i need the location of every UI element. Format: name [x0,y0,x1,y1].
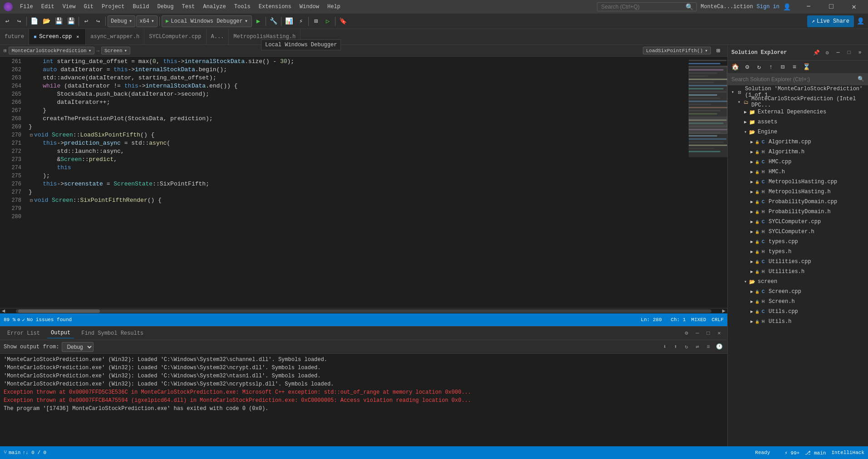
output-maximize-button[interactable]: □ [704,329,713,338]
se-refresh-btn[interactable]: ↻ [754,61,764,73]
live-share-button[interactable]: ↗ Live Share [807,15,854,27]
diagnostics-button[interactable]: 🔧 [268,15,279,27]
se-hmc-cpp[interactable]: ▶ 🔒 C HMC.cpp [728,157,868,167]
output-source-select[interactable]: Debug Build [62,342,94,352]
output-btn-1[interactable]: ⬇ [660,342,669,352]
menu-help[interactable]: Help [324,3,344,11]
branch-label[interactable]: ⎇ main [805,450,826,456]
zoom-level[interactable]: 89 % [4,317,15,322]
forward-button[interactable]: ↪ [14,15,25,27]
scroll-thumb[interactable] [18,309,100,313]
tab-sycl-computer[interactable]: SYCLComputer.cpp [144,29,206,44]
se-arrow-btn[interactable]: ↑ [765,61,776,73]
new-project-button[interactable]: 📄 [29,15,40,27]
se-settings2-btn[interactable]: ⚙ [742,61,753,73]
continue-button[interactable]: ▶ [253,15,264,27]
output-btn-2[interactable]: ⬆ [671,342,680,352]
se-collapse-btn[interactable]: ⊟ [777,61,788,73]
theme-label[interactable]: IntelliHack [831,450,864,455]
encoding-label[interactable]: MIXED [691,317,706,322]
se-screen-h[interactable]: ▶ 🔒 H Screen.h [728,297,868,307]
se-sycl-h[interactable]: ▶ 🔒 H SYCLComputer.h [728,227,868,237]
menu-build[interactable]: Build [129,3,153,11]
se-sycl-cpp[interactable]: ▶ 🔒 C SYCLComputer.cpp [728,217,868,227]
se-pending-btn[interactable]: ⌛ [801,61,812,73]
output-minimize-button[interactable]: — [693,329,702,338]
tab-future[interactable]: future [0,29,29,44]
error-list-tab[interactable]: Error List [4,328,44,338]
git-branch[interactable]: main [9,450,20,455]
se-screen-folder[interactable]: ▾ 📂 screen [728,277,868,287]
se-metropolis-cpp[interactable]: ▶ 🔒 C MetropolisHasting.cpp [728,177,868,187]
line-ending-label[interactable]: CRLF [712,317,724,322]
menu-analyze[interactable]: Analyze [199,3,229,11]
tab-screen-cpp[interactable]: ■ Screen.cpp ✕ [29,29,86,44]
se-maximize-button[interactable]: □ [844,48,853,57]
se-screen-cpp[interactable]: ▶ 🔒 C Screen.cpp [728,287,868,297]
output-btn-3[interactable]: ↻ [682,342,691,352]
se-assets-item[interactable]: ▶ 📁 assets [728,117,868,127]
function-dropdown[interactable]: Screen ▾ [101,47,130,54]
find-symbol-tab[interactable]: Find Symbol Results [78,328,147,338]
se-hmc-h[interactable]: ▶ 🔒 H HMC.h [728,167,868,177]
code-editor[interactable]: 261 262 263 264 265 266 267 268 269 270 … [0,57,727,308]
tab-async-wrapper[interactable]: async_wrapper.h [86,29,144,44]
open-button[interactable]: 📂 [41,15,52,27]
se-algorithm-h[interactable]: ▶ 🔒 H Algorithm.h [728,147,868,157]
se-utilities-h[interactable]: ▶ 🔒 H Utilities.h [728,267,868,277]
menu-view[interactable]: View [59,3,79,11]
close-button[interactable]: ✕ [843,0,864,14]
se-utilities-cpp[interactable]: ▶ 🔒 C Utilities.cpp [728,257,868,267]
sign-in-button[interactable]: Sign in [757,4,779,10]
run2-button[interactable]: ▷ [322,15,333,27]
se-metropolis-h[interactable]: ▶ 🔒 H MetropolisHasting.h [728,187,868,197]
menu-tools[interactable]: Tools [231,3,254,11]
se-minimize-button[interactable]: — [833,48,843,57]
menu-git[interactable]: Git [80,3,97,11]
save-button[interactable]: 💾 [65,15,77,27]
expand-code-button[interactable]: ⊞ [713,45,724,57]
output-settings-button[interactable]: ⚙ [682,329,691,338]
se-algorithm-cpp[interactable]: ▶ 🔒 C Algorithm.cpp [728,137,868,147]
se-pin-button[interactable]: 📌 [812,48,821,57]
menu-edit[interactable]: Edit [38,3,58,11]
maximize-button[interactable]: □ [821,0,842,14]
minimap-slider[interactable] [689,66,727,134]
menu-project[interactable]: Project [98,3,128,11]
se-utils-h[interactable]: ▶ 🔒 H Utils.h [728,317,868,327]
se-types-h[interactable]: ▶ 🔒 H types.h [728,247,868,257]
issues-label[interactable]: No issues found [27,317,72,322]
se-project-item[interactable]: ▾ 🗂 MonteCarloStockPrediction (Intel DPC… [728,97,868,107]
output-clock[interactable]: 🕐 [715,342,724,352]
se-home-btn[interactable]: 🏠 [730,61,741,73]
save-all-button[interactable]: 💾 [53,15,64,27]
se-probability-cpp[interactable]: ▶ 🔒 C ProbabilityDomain.cpp [728,197,868,207]
se-probability-h[interactable]: ▶ 🔒 H ProbabilityDomain.h [728,207,868,217]
back-button[interactable]: ↩ [2,15,13,27]
horizontal-scrollbar[interactable]: ◀ ▶ [0,308,727,313]
method-dropdown[interactable]: LoadSixPointFifth() ▾ [643,47,711,54]
extensions-count[interactable]: ⚡ 99+ [784,450,799,456]
se-external-deps-item[interactable]: ▶ 📁 External Dependencies [728,107,868,117]
minimize-button[interactable]: − [798,0,819,14]
output-tab[interactable]: Output [47,328,74,338]
se-filter-btn[interactable]: ≡ [789,61,800,73]
output-word-wrap[interactable]: ⇌ [693,342,702,352]
menu-window[interactable]: Window [296,3,323,11]
code-content[interactable]: int starting_date_offset = max(0, this->… [25,57,689,308]
platform-dropdown[interactable]: x64 ▾ [136,15,158,27]
class-dropdown[interactable]: MonteCarloStockPrediction ▾ [9,47,95,54]
undo-button[interactable]: ↩ [81,15,92,27]
se-arrow-button[interactable]: » [855,48,864,57]
minimap[interactable] [689,57,727,308]
redo-button[interactable]: ↪ [93,15,104,27]
error-count[interactable]: ↑↓ 0 / 0 [22,450,46,455]
user-button[interactable]: 👤 [855,15,866,27]
layout-button[interactable]: ⊞ [311,15,321,27]
title-search-input[interactable] [597,2,697,11]
se-search-input[interactable] [731,76,858,83]
bookmark-button[interactable]: 🔖 [337,15,349,27]
output-filter[interactable]: ≡ [704,342,713,352]
tab-metropolis[interactable]: MetropolisHasting.h [229,29,301,44]
scroll-track[interactable] [16,309,711,313]
